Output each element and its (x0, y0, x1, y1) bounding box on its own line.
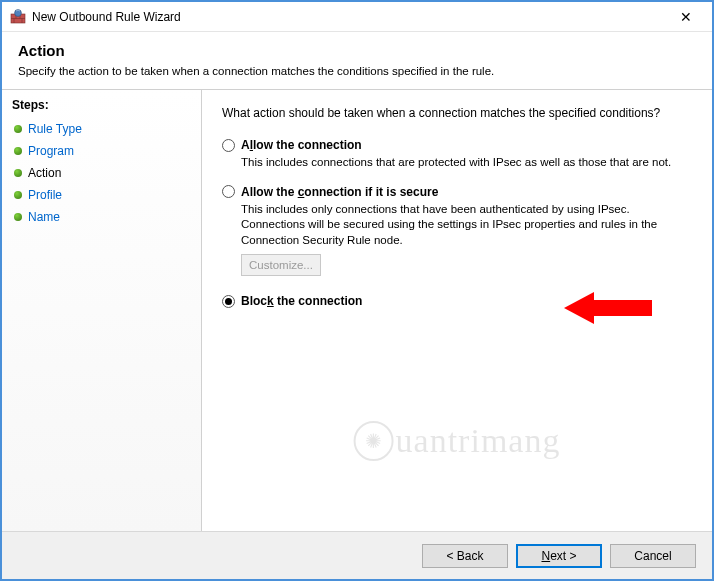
option-allow-desc: This includes connections that are prote… (241, 155, 681, 171)
next-label: Next > (541, 549, 576, 563)
wizard-header: Action Specify the action to be taken wh… (2, 32, 712, 89)
option-allow-row[interactable]: Allow the connection (222, 138, 692, 152)
option-block: Block the connection (222, 294, 692, 308)
radio-allow-secure[interactable] (222, 185, 235, 198)
step-bullet-icon (14, 213, 22, 221)
step-bullet-icon (14, 147, 22, 155)
window-close-button[interactable]: ✕ (663, 3, 708, 31)
back-button[interactable]: < Back (422, 544, 508, 568)
wizard-body: Steps: Rule Type Program Action Profile … (2, 89, 712, 531)
radio-allow[interactable] (222, 139, 235, 152)
step-label: Name (28, 210, 60, 224)
step-label: Profile (28, 188, 62, 202)
cancel-label: Cancel (634, 549, 671, 563)
step-profile[interactable]: Profile (12, 184, 201, 206)
window-title: New Outbound Rule Wizard (32, 10, 663, 24)
option-block-row[interactable]: Block the connection (222, 294, 692, 308)
svg-point-6 (15, 9, 22, 16)
watermark-logo-icon: ✺ (354, 421, 394, 461)
watermark-text: uantrimang (396, 422, 561, 460)
step-rule-type[interactable]: Rule Type (12, 118, 201, 140)
steps-pane: Steps: Rule Type Program Action Profile … (2, 90, 202, 531)
steps-title: Steps: (12, 98, 201, 112)
watermark: ✺uantrimang (354, 421, 561, 461)
option-allow-secure-label: Allow the connection if it is secure (241, 185, 438, 199)
next-button[interactable]: Next > (516, 544, 602, 568)
step-bullet-icon (14, 191, 22, 199)
customize-button: Customize... (241, 254, 321, 276)
option-allow-secure-row[interactable]: Allow the connection if it is secure (222, 185, 692, 199)
close-icon: ✕ (680, 9, 692, 25)
option-allow-secure: Allow the connection if it is secure Thi… (222, 185, 692, 277)
step-name[interactable]: Name (12, 206, 201, 228)
option-allow-label: Allow the connection (241, 138, 362, 152)
firewall-icon (10, 9, 26, 25)
page-heading: Action (18, 42, 696, 59)
option-allow: Allow the connection This includes conne… (222, 138, 692, 171)
titlebar: New Outbound Rule Wizard ✕ (2, 2, 712, 32)
step-label: Program (28, 144, 74, 158)
step-label: Action (28, 166, 61, 180)
customize-label: Customize... (249, 259, 313, 271)
action-question: What action should be taken when a conne… (222, 106, 692, 120)
step-program[interactable]: Program (12, 140, 201, 162)
back-label: < Back (446, 549, 483, 563)
radio-block[interactable] (222, 295, 235, 308)
step-action[interactable]: Action (12, 162, 201, 184)
content-pane: What action should be taken when a conne… (202, 90, 712, 531)
step-bullet-icon (14, 125, 22, 133)
option-allow-secure-desc: This includes only connections that have… (241, 202, 681, 249)
step-label: Rule Type (28, 122, 82, 136)
page-subtitle: Specify the action to be taken when a co… (18, 65, 696, 77)
option-block-label: Block the connection (241, 294, 362, 308)
wizard-window: New Outbound Rule Wizard ✕ Action Specif… (0, 0, 714, 581)
wizard-footer: < Back Next > Cancel (2, 531, 712, 579)
cancel-button[interactable]: Cancel (610, 544, 696, 568)
step-bullet-icon (14, 169, 22, 177)
